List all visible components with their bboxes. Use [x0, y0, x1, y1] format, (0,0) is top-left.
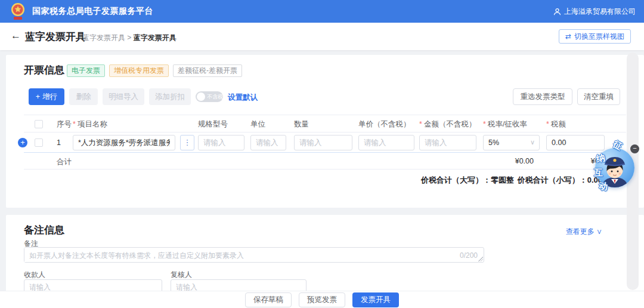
amount-input[interactable]: [419, 135, 476, 150]
invoice-info-card: 开票信息 电子发票 增值税专用发票 差额征税-差额开票 + 增行 删除 明细导入…: [6, 55, 644, 208]
chevron-down-icon: ∨: [530, 138, 535, 146]
table-row: + 1 ⋮ 5% ∨: [24, 133, 626, 153]
save-draft-button[interactable]: 保存草稿: [245, 292, 292, 307]
row-index: 1: [57, 138, 61, 147]
required-asterisk: *: [73, 120, 76, 128]
table-toolbar: + 增行 删除 明细导入 添加折扣 不含税 设置默认 重选发票类型 清空重填: [6, 88, 644, 105]
add-discount-button[interactable]: 添加折扣: [149, 88, 191, 105]
add-line-icon[interactable]: +: [18, 138, 27, 147]
switch-view-button[interactable]: ⇄ 切换至票样视图: [559, 29, 631, 44]
select-all-checkbox[interactable]: [35, 120, 43, 128]
remark-textarea[interactable]: [24, 248, 430, 262]
col-header-qty: 数量: [294, 119, 309, 130]
summary-row: 价税合计（大写）：零圆整 价税合计（小写）：0.00: [24, 170, 626, 190]
payee-input[interactable]: [24, 279, 162, 291]
mascot-char: 互: [594, 167, 603, 178]
toggle-knob: [197, 93, 205, 101]
invoice-tags: 电子发票 增值税专用发票 差额征税-差额开票: [67, 64, 242, 77]
import-detail-button[interactable]: 明细导入: [103, 88, 144, 105]
col-header-name: *项目名称: [73, 119, 107, 130]
table-header: 序号 *项目名称 规格型号 单位 数量 单价（不含税） *金额（不含税） *税率…: [24, 115, 626, 133]
spec-input[interactable]: [198, 135, 244, 150]
breadcrumb: 蓝字发票开具 > 蓝字发票开具: [82, 33, 177, 43]
breadcrumb-current: 蓝字发票开具: [134, 33, 177, 42]
reviewer-input[interactable]: [171, 279, 306, 291]
tax-exclusive-toggle[interactable]: 不含税: [196, 91, 223, 102]
row-checkbox[interactable]: [35, 138, 43, 147]
plus-icon: +: [36, 93, 40, 101]
payee-label: 收款人: [24, 270, 45, 280]
section-title-remarks: 备注信息: [24, 223, 64, 237]
back-icon[interactable]: ←: [11, 30, 21, 42]
char-counter: 0/200: [460, 251, 478, 260]
mascot-char: 动: [598, 180, 608, 193]
required-asterisk: *: [419, 120, 422, 128]
required-asterisk: *: [483, 120, 486, 128]
remark-field: 0/200: [24, 247, 484, 263]
app-header: 国家税务总局电子发票服务平台 上海溢承贸易有限公司: [0, 0, 644, 23]
delete-button[interactable]: 删除: [69, 88, 98, 105]
required-asterisk: *: [546, 120, 549, 128]
col-header-index: 序号: [57, 119, 72, 130]
col-header-price: 单价（不含税）: [358, 119, 411, 130]
page-title: 蓝字发票开具: [25, 30, 86, 44]
clear-refill-button[interactable]: 清空重填: [577, 88, 620, 105]
section-title-invoice: 开票信息: [24, 63, 64, 77]
more-options-button[interactable]: ⋮: [180, 135, 194, 150]
view-more-link[interactable]: 查看更多 ∨: [566, 227, 602, 237]
company-name: 上海溢承贸易有限公司: [564, 7, 636, 17]
user-icon: [553, 8, 561, 16]
page-header: ← 蓝字发票开具 蓝字发票开具 > 蓝字发票开具 ⇄ 切换至票样视图: [0, 23, 644, 50]
add-row-label: 增行: [42, 92, 57, 102]
resize-handle[interactable]: [478, 257, 483, 261]
col-header-spec: 规格型号: [198, 119, 228, 130]
tax-rate-value: 5%: [488, 138, 499, 147]
footer-bar: 保存草稿 预览发票 发票开具: [0, 291, 644, 308]
project-name-input[interactable]: [73, 135, 175, 150]
tax-bureau-logo-icon: [9, 2, 27, 21]
col-header-unit: 单位: [250, 119, 265, 130]
unit-input[interactable]: [250, 135, 286, 150]
tag-electronic-invoice: 电子发票: [67, 64, 105, 77]
totals-label: 合计: [57, 157, 72, 167]
col-header-tax: *税额: [546, 119, 566, 130]
col-header-rate: *税率/征收率: [483, 119, 527, 130]
switch-view-label: 切换至票样视图: [574, 30, 624, 43]
dots-icon: ⋮: [184, 138, 191, 147]
chevron-down-icon: ∨: [596, 227, 602, 236]
toggle-label: 不含税: [207, 93, 223, 101]
app-title: 国家税务总局电子发票服务平台: [32, 6, 153, 17]
reselect-invoice-type-button[interactable]: 重选发票类型: [513, 88, 572, 105]
breadcrumb-parent[interactable]: 蓝字发票开具: [82, 33, 125, 42]
account-area[interactable]: 上海溢承贸易有限公司: [553, 0, 636, 23]
add-row-button[interactable]: + 增行: [29, 88, 64, 105]
tag-vat-special-invoice: 增值税专用发票: [109, 64, 169, 77]
unit-price-input[interactable]: [358, 135, 414, 150]
breadcrumb-separator-icon: >: [127, 33, 131, 42]
reviewer-label: 复核人: [171, 270, 192, 280]
issue-invoice-button[interactable]: 发票开具: [352, 292, 399, 307]
totals-amount: ¥0.00: [515, 157, 534, 165]
set-default-link[interactable]: 设置默认: [228, 93, 258, 103]
summary-amount-in-words: 价税合计（大写）：零圆整: [421, 175, 514, 186]
col-header-amount: *金额（不含税）: [419, 119, 476, 130]
main-content: 开票信息 电子发票 增值税专用发票 差额征税-差额开票 + 增行 删除 明细导入…: [0, 50, 644, 291]
remarks-card: 备注信息 查看更多 ∨ 备注 0/200 收款人 复核人: [6, 215, 644, 291]
tax-rate-select[interactable]: 5% ∨: [483, 135, 540, 150]
swap-icon: ⇄: [565, 30, 571, 43]
preview-invoice-button[interactable]: 预览发票: [299, 292, 345, 307]
totals-row: 合计 ¥0.00 ¥0.00: [24, 153, 626, 170]
minus-icon: −: [633, 144, 636, 152]
quantity-input[interactable]: [294, 135, 352, 150]
tag-differential-tax: 差额征税-差额开票: [173, 64, 242, 77]
collapse-button[interactable]: −: [630, 144, 639, 153]
